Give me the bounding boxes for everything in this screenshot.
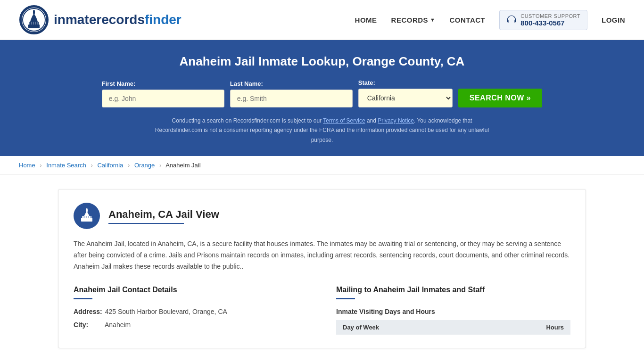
svg-rect-20 bbox=[90, 216, 91, 218]
last-name-group: Last Name: bbox=[230, 80, 353, 107]
contact-details-col: Anaheim Jail Contact Details Address: 42… bbox=[74, 286, 308, 335]
breadcrumb-current: Anaheim Jail bbox=[165, 162, 200, 169]
nav-home[interactable]: HOME bbox=[355, 16, 377, 24]
contact-divider bbox=[74, 298, 92, 299]
address-label: Address: bbox=[74, 308, 102, 315]
jail-title-wrap: Anaheim, CA Jail View bbox=[108, 208, 219, 224]
city-row: City: Anaheim bbox=[74, 321, 308, 329]
svg-rect-3 bbox=[28, 25, 40, 28]
svg-rect-7 bbox=[29, 22, 30, 25]
nav-records[interactable]: RECORDS ▼ bbox=[391, 16, 436, 24]
logo-text: inmaterecordsfinder bbox=[54, 12, 182, 27]
table-header-hours: Hours bbox=[480, 320, 570, 335]
table-header-day: Day of Week bbox=[336, 320, 480, 335]
first-name-group: First Name: bbox=[102, 80, 224, 107]
svg-rect-12 bbox=[81, 218, 92, 222]
hero-legal-text: Conducting a search on Recordsfinder.com… bbox=[152, 116, 492, 145]
jail-header: Anaheim, CA Jail View bbox=[74, 203, 570, 229]
logo-icon bbox=[19, 5, 49, 35]
privacy-link[interactable]: Privacy Notice bbox=[378, 117, 414, 124]
svg-rect-18 bbox=[86, 216, 87, 218]
visiting-table: Day of Week Hours bbox=[336, 320, 570, 335]
svg-point-15 bbox=[86, 208, 88, 210]
city-value: Anaheim bbox=[105, 321, 131, 329]
city-label: City: bbox=[74, 321, 102, 329]
svg-rect-8 bbox=[31, 22, 32, 25]
svg-rect-17 bbox=[84, 216, 85, 218]
address-value: 425 South Harbor Boulevard, Orange, CA bbox=[105, 308, 227, 315]
search-form: First Name: Last Name: State: California… bbox=[19, 79, 625, 107]
state-group: State: California Alabama Alaska Arizona… bbox=[358, 79, 453, 107]
breadcrumb-inmate-search[interactable]: Inmate Search bbox=[46, 162, 86, 169]
jail-title-underline bbox=[108, 223, 184, 224]
customer-support-box[interactable]: CUSTOMER SUPPORT 800-433-0567 bbox=[499, 10, 587, 30]
state-label: State: bbox=[358, 79, 453, 86]
two-col-layout: Anaheim Jail Contact Details Address: 42… bbox=[74, 286, 570, 335]
support-info: CUSTOMER SUPPORT 800-433-0567 bbox=[520, 13, 580, 27]
mailing-col: Mailing to Anaheim Jail Inmates and Staf… bbox=[336, 286, 570, 335]
building-icon bbox=[79, 208, 94, 223]
search-button[interactable]: SEARCH NOW » bbox=[458, 89, 542, 107]
jail-card: Anaheim, CA Jail View The Anaheim Jail, … bbox=[58, 189, 586, 348]
svg-rect-16 bbox=[83, 216, 83, 218]
jail-title: Anaheim, CA Jail View bbox=[108, 208, 219, 221]
svg-rect-10 bbox=[35, 22, 36, 25]
mailing-divider bbox=[336, 298, 355, 299]
last-name-input[interactable] bbox=[230, 90, 353, 107]
jail-description: The Anaheim Jail, located in Anaheim, CA… bbox=[74, 239, 570, 272]
svg-rect-11 bbox=[37, 22, 38, 25]
breadcrumb-orange[interactable]: Orange bbox=[134, 162, 155, 169]
main-content: Anaheim, CA Jail View The Anaheim Jail, … bbox=[39, 175, 605, 362]
breadcrumb-home[interactable]: Home bbox=[19, 162, 35, 169]
hero-title: Anaheim Jail Inmate Lookup, Orange Count… bbox=[19, 54, 625, 69]
hero-section: Anaheim Jail Inmate Lookup, Orange Count… bbox=[0, 40, 644, 156]
mailing-section-title: Mailing to Anaheim Jail Inmates and Staf… bbox=[336, 286, 570, 294]
jail-icon bbox=[74, 203, 100, 229]
first-name-label: First Name: bbox=[102, 80, 224, 87]
breadcrumb-california[interactable]: California bbox=[97, 162, 123, 169]
contact-section-title: Anaheim Jail Contact Details bbox=[74, 286, 308, 294]
nav-login[interactable]: LOGIN bbox=[602, 16, 625, 24]
logo[interactable]: inmaterecordsfinder bbox=[19, 5, 182, 35]
site-header: inmaterecordsfinder HOME RECORDS ▼ CONTA… bbox=[0, 0, 644, 40]
address-row: Address: 425 South Harbor Boulevard, Ora… bbox=[74, 308, 308, 315]
breadcrumb-sep-1: › bbox=[40, 162, 41, 169]
last-name-label: Last Name: bbox=[230, 80, 353, 87]
svg-point-6 bbox=[33, 10, 35, 12]
main-nav: HOME RECORDS ▼ CONTACT CUSTOMER SUPPORT … bbox=[355, 10, 625, 30]
svg-rect-19 bbox=[88, 216, 89, 218]
breadcrumb: Home › Inmate Search › California › Oran… bbox=[0, 156, 644, 175]
headphone-icon bbox=[506, 15, 517, 25]
breadcrumb-sep-3: › bbox=[128, 162, 130, 169]
svg-rect-9 bbox=[33, 22, 34, 25]
visiting-section-title: Inmate Visiting Days and Hours bbox=[336, 308, 570, 315]
breadcrumb-sep-4: › bbox=[159, 162, 161, 169]
terms-link[interactable]: Terms of Service bbox=[323, 117, 365, 124]
chevron-down-icon: ▼ bbox=[430, 17, 435, 23]
state-select[interactable]: California Alabama Alaska Arizona Arkans… bbox=[358, 89, 453, 107]
nav-contact[interactable]: CONTACT bbox=[450, 16, 486, 24]
first-name-input[interactable] bbox=[102, 90, 224, 107]
breadcrumb-sep-2: › bbox=[91, 162, 92, 169]
